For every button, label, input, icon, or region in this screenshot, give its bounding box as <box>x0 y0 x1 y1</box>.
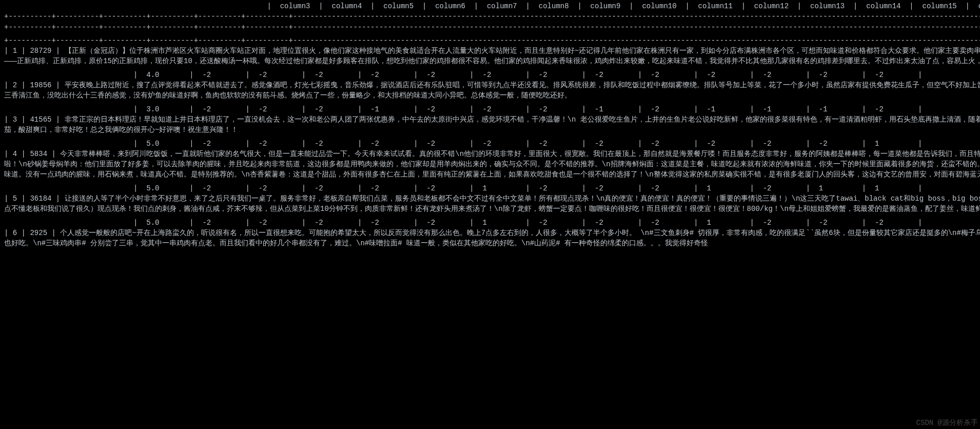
table-row: | 4 | 5834 | 今天非常棒棒嗒，来到阿川吃饭饭，一直就听他们家的名气很… <box>4 149 980 180</box>
table-row: | 3 | 41565 | 非常正宗的日本料理店！早就知道上井日本料理店了，一直… <box>4 114 980 135</box>
row-id: 3 <box>13 115 17 124</box>
row-code: 36184 <box>30 194 51 203</box>
rule-divider: +----------+----------+----------+------… <box>4 35 980 46</box>
table-body: | 1 | 28729 | 【正新（金冠店）】位于株洲市芦淞区火车站商圈火车站正… <box>4 46 980 251</box>
row-id: 1 <box>13 47 17 55</box>
row-code: 19856 <box>30 81 51 89</box>
row-numeric-footer: | 5.0 | -2 | -2 | -2 | -2 | -2 | 1 | -2 … <box>4 183 980 193</box>
row-text: 今天非常棒棒嗒，来到阿川吃饭饭，一直就听他们家的名气很大，但是一直未能过品尝一下… <box>4 150 980 179</box>
row-text: 非常正宗的日本料理店！早就知道上井日本料理店了，一直没机会去，这一次和老公两人团… <box>4 115 980 134</box>
row-numeric-footer: | 3.0 | -2 | -2 | -2 | -1 | -2 | -2 | -2… <box>4 104 980 114</box>
rule-divider: +----------+----------+----------+------… <box>4 11 980 22</box>
row-text: 让接送的人等了半个小时非常不好意思，来了之后只有我们一桌了。服务非常好，老板亲自… <box>4 194 980 213</box>
terminal-output: | column3 | column4 | column5 | column6 … <box>0 0 980 256</box>
row-numeric-footer: | 5.0 | -2 | -2 | -2 | -2 | -2 | -2 | -2… <box>4 139 980 149</box>
rule-divider: +----------+----------+----------+------… <box>4 22 980 32</box>
row-numeric-footer: | 4.0 | -2 | -2 | -2 | -2 | -2 | -2 | -2… <box>4 70 980 80</box>
row-code: 28729 <box>30 47 51 55</box>
row-code: 2925 <box>30 229 47 237</box>
row-numeric-footer: | 5.0 | -2 | -2 | -2 | -2 | -2 | 1 | -2 … <box>4 218 980 228</box>
row-code: 5834 <box>30 150 47 158</box>
row-id: 6 <box>13 229 17 237</box>
column-header-row: | column3 | column4 | column5 | column6 … <box>4 1 980 11</box>
row-text: 个人感觉一般般的店吧~开在上海路蛮久的，听说很有名，所以一直很想来吃。可能抱的希… <box>4 229 980 247</box>
table-row: | 5 | 36184 | 让接送的人等了半个小时非常不好意思，来了之后只有我们… <box>4 193 980 215</box>
row-id: 5 <box>13 194 17 203</box>
table-row: | 1 | 28729 | 【正新（金冠店）】位于株洲市芦淞区火车站商圈火车站正… <box>4 46 980 67</box>
row-text: 平安夜晚上路过附近，搜了点评觉得看起来不错就进去了。感觉像酒吧，灯光七彩摇曳，音… <box>4 81 980 100</box>
row-id: 4 <box>13 150 17 158</box>
table-row: | 2 | 19856 | 平安夜晚上路过附近，搜了点评觉得看起来不错就进去了。… <box>4 80 980 101</box>
table-row: | 6 | 2925 | 个人感觉一般般的店吧~开在上海路蛮久的，听说很有名，所… <box>4 228 980 249</box>
row-text: 【正新（金冠店）】位于株洲市芦淞区火车站商圈火车站正对面，地理位置很火，像他们家… <box>4 47 980 65</box>
row-id: 2 <box>13 81 17 89</box>
row-code: 41565 <box>30 115 51 124</box>
